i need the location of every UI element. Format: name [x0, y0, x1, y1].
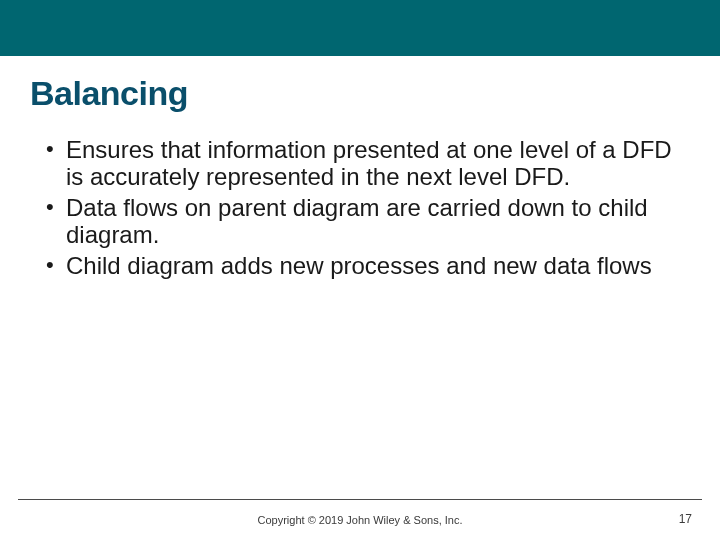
slide: Balancing Ensures that information prese…: [0, 0, 720, 540]
page-number: 17: [679, 512, 692, 526]
list-item: Ensures that information presented at on…: [46, 137, 692, 191]
bullet-list: Ensures that information presented at on…: [46, 137, 692, 279]
footer-divider: [18, 499, 702, 500]
slide-body: Ensures that information presented at on…: [46, 137, 692, 279]
slide-title: Balancing: [30, 74, 720, 113]
list-item: Child diagram adds new processes and new…: [46, 253, 692, 280]
top-accent-bar: [0, 0, 720, 56]
list-item: Data flows on parent diagram are carried…: [46, 195, 692, 249]
copyright-text: Copyright © 2019 John Wiley & Sons, Inc.: [0, 514, 720, 526]
